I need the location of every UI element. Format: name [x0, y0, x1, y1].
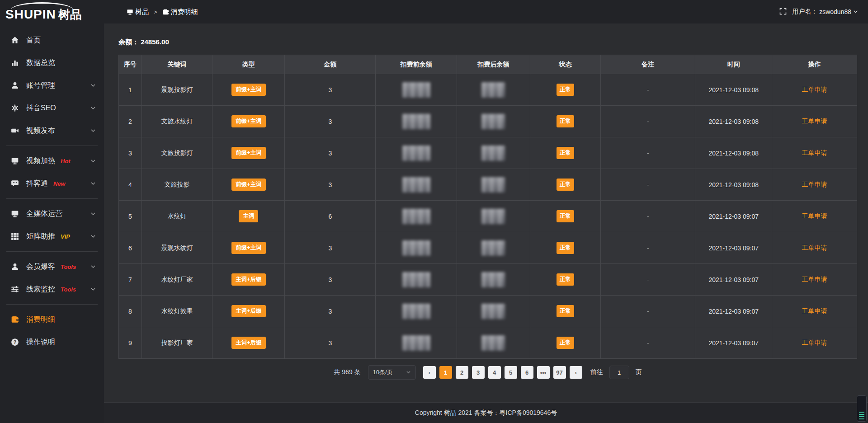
- video-icon: [11, 127, 20, 135]
- cell-type: 前缀+主词: [212, 232, 285, 264]
- cell-index: 6: [119, 232, 142, 264]
- page-size-select[interactable]: 10条/页: [368, 365, 416, 380]
- user-icon: [11, 263, 20, 271]
- cell-keyword: 投影灯厂家: [142, 327, 212, 359]
- balance: 余额： 24856.00: [118, 38, 857, 47]
- sidebar-item-video-heat[interactable]: 视频加热Hot: [0, 150, 104, 172]
- sidebar-item-label: 首页: [26, 36, 41, 45]
- cell-time: 2021-12-03 09:08: [695, 106, 772, 137]
- cell-action: 工单申请: [772, 201, 857, 232]
- cell-time: 2021-12-03 09:07: [695, 327, 772, 359]
- redacted-balance: [402, 304, 430, 319]
- cell-time: 2021-12-03 09:07: [695, 264, 772, 296]
- work-order-link[interactable]: 工单申请: [802, 244, 827, 251]
- fullscreen-icon[interactable]: [779, 8, 787, 16]
- more-pages-button[interactable]: •••: [537, 366, 550, 379]
- table-row: 9投影灯厂家主词+后缀3正常-2021-12-03 09:07工单申请: [119, 327, 857, 359]
- cell-action: 工单申请: [772, 169, 857, 201]
- cell-pre-balance: [376, 74, 457, 106]
- breadcrumb: 树品>消费明细: [127, 8, 198, 16]
- consumption-table: 序号关键词类型金额扣费前余额扣费后余额状态备注时间操作 1景观投影灯前缀+主词3…: [118, 55, 857, 359]
- remark-text: -: [647, 213, 649, 220]
- sidebar-item-douketong[interactable]: 抖客通New: [0, 172, 104, 195]
- sidebar-item-matrix-boost[interactable]: 矩阵助推VIP: [0, 225, 104, 248]
- status-badge: 正常: [557, 273, 574, 286]
- cell-index: 4: [119, 169, 142, 201]
- table-row: 3文旅投影灯前缀+主词3正常-2021-12-03 09:08工单申请: [119, 137, 857, 169]
- cell-action: 工单申请: [772, 327, 857, 359]
- app-window: SHUPIN 树品 首页数据总览账号管理抖音SEO视频发布视频加热Hot抖客通N…: [0, 0, 868, 423]
- page-button-1[interactable]: 1: [439, 366, 452, 379]
- work-order-link[interactable]: 工单申请: [802, 86, 827, 93]
- cell-index: 5: [119, 201, 142, 232]
- sidebar-item-operation-guide[interactable]: ?操作说明: [0, 331, 104, 353]
- type-badge: 前缀+主词: [231, 115, 265, 127]
- table-header-row: 序号关键词类型金额扣费前余额扣费后余额状态备注时间操作: [119, 55, 857, 74]
- sidebar-item-label: 视频发布: [26, 126, 55, 136]
- cell-keyword: 文旅投影灯: [142, 137, 212, 169]
- floating-widget[interactable]: [857, 395, 867, 422]
- page-button-2[interactable]: 2: [456, 366, 468, 379]
- redacted-balance: [402, 209, 430, 224]
- sidebar-item-tag: New: [53, 180, 66, 187]
- chevron-down-icon: [90, 287, 96, 292]
- cell-type: 主词: [212, 201, 285, 232]
- sidebar-item-douyin-seo[interactable]: 抖音SEO: [0, 97, 104, 119]
- redacted-balance: [481, 335, 505, 351]
- breadcrumb-separator: >: [154, 9, 157, 15]
- work-order-link[interactable]: 工单申请: [802, 118, 827, 125]
- work-order-link[interactable]: 工单申请: [802, 276, 827, 283]
- sidebar-item-tag: Hot: [61, 158, 71, 164]
- redacted-balance: [402, 240, 430, 256]
- breadcrumb-item[interactable]: 消费明细: [162, 8, 198, 16]
- cell-index: 3: [119, 137, 142, 169]
- sidebar-item-consumption-detail[interactable]: 消费明细: [0, 308, 104, 331]
- sidebar-item-data-overview[interactable]: 数据总览: [0, 52, 104, 74]
- status-badge: 正常: [557, 210, 574, 222]
- column-header: 扣费后余额: [457, 55, 530, 74]
- cell-time: 2021-12-03 09:07: [695, 232, 772, 264]
- page-button-6[interactable]: 6: [521, 366, 533, 379]
- sidebar-item-label: 账号管理: [26, 81, 55, 90]
- remark-text: -: [647, 118, 649, 125]
- question-icon: ?: [11, 338, 20, 346]
- column-header: 备注: [601, 55, 695, 74]
- user-area: 用户名： zswodun88: [779, 8, 858, 16]
- type-badge: 主词+后缀: [231, 273, 265, 286]
- cell-remark: -: [601, 264, 695, 296]
- sidebar-item-all-media-operation[interactable]: 全媒体运营: [0, 202, 104, 225]
- prev-page-button[interactable]: ‹: [423, 366, 436, 379]
- cell-amount: 3: [285, 296, 376, 327]
- sidebar-item-home[interactable]: 首页: [0, 29, 104, 52]
- sidebar-divider: [6, 304, 98, 305]
- work-order-link[interactable]: 工单申请: [802, 307, 827, 315]
- work-order-link[interactable]: 工单申请: [802, 339, 827, 346]
- sidebar-menu: 首页数据总览账号管理抖音SEO视频发布视频加热Hot抖客通New全媒体运营矩阵助…: [0, 29, 104, 353]
- page-button-4[interactable]: 4: [488, 366, 501, 379]
- chevron-down-icon: [406, 369, 411, 376]
- work-order-link[interactable]: 工单申请: [802, 181, 827, 188]
- column-header: 扣费前余额: [376, 55, 457, 74]
- remark-text: -: [647, 276, 649, 283]
- sidebar-item-video-publish[interactable]: 视频发布: [0, 119, 104, 142]
- work-order-link[interactable]: 工单申请: [802, 149, 827, 156]
- sidebar-item-member-baoke[interactable]: 会员爆客Tools: [0, 255, 104, 278]
- cell-status: 正常: [530, 327, 601, 359]
- monitor-icon: [11, 210, 20, 218]
- page-jump-input[interactable]: [609, 366, 629, 379]
- user-dropdown[interactable]: 用户名： zswodun88: [792, 8, 858, 16]
- sidebar-item-tag: VIP: [61, 233, 70, 240]
- page-button-97[interactable]: 97: [553, 366, 566, 379]
- sidebar-item-lead-monitor[interactable]: 线索监控Tools: [0, 278, 104, 301]
- breadcrumb-item[interactable]: 树品: [127, 8, 149, 16]
- gear-icon: [11, 104, 20, 112]
- work-order-link[interactable]: 工单申请: [802, 212, 827, 220]
- next-page-button[interactable]: ›: [570, 366, 582, 379]
- monitor-icon: [127, 9, 133, 15]
- sidebar-item-account-management[interactable]: 账号管理: [0, 74, 104, 97]
- grid-icon: [11, 232, 20, 240]
- cell-time: 2021-12-03 09:07: [695, 296, 772, 327]
- page-button-5[interactable]: 5: [505, 366, 517, 379]
- page-button-3[interactable]: 3: [472, 366, 485, 379]
- cell-remark: -: [601, 169, 695, 201]
